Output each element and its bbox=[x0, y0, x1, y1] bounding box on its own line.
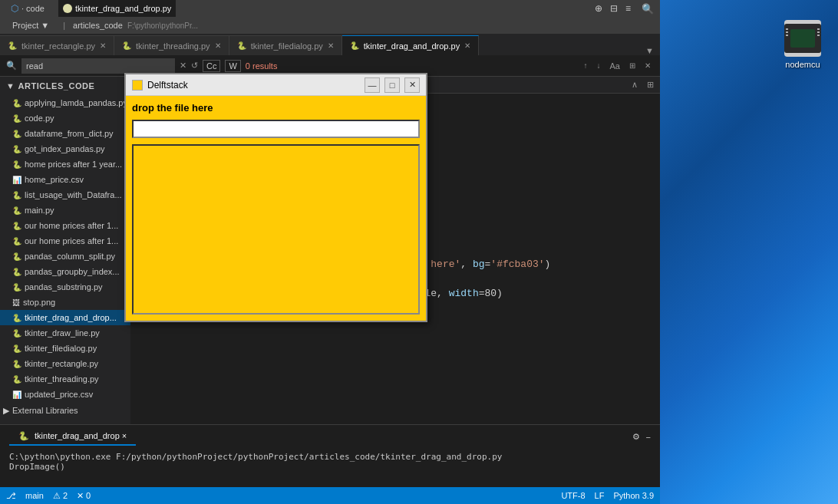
png-file-icon: 🖼 bbox=[12, 298, 20, 307]
sidebar-item-dataframe[interactable]: 🐍 dataframe_from_dict.py bbox=[0, 126, 130, 141]
nodemcu-desktop-icon[interactable]: nodemcu bbox=[780, 15, 826, 74]
terminal-minus-icon[interactable]: − bbox=[646, 433, 651, 442]
sidebar-item-label-6: list_usage_with_Datafra... bbox=[25, 190, 122, 199]
app-title-tab[interactable]: ⬡ · code bbox=[6, 0, 49, 17]
chip-pin-3 bbox=[786, 35, 788, 36]
py-icon-rect: 🐍 bbox=[8, 41, 17, 50]
tab-close-drag-drop[interactable]: ✕ bbox=[464, 41, 470, 50]
tab-tkinter-threading[interactable]: 🐍 tkinter_threading.py ✕ bbox=[114, 35, 229, 55]
py-icon-drag: 🐍 bbox=[350, 41, 359, 50]
menu-bar: Project ▼ | articles_code F:\python\pyth… bbox=[0, 17, 660, 34]
sidebar-item-pandas-group[interactable]: 🐍 pandas_groupby_index... bbox=[0, 264, 130, 279]
terminal-tab-label: tkinter_drag_and_drop × bbox=[35, 431, 127, 440]
tab-tkinter-drag-drop[interactable]: 🐍 tkinter_drag_and_drop.py ✕ bbox=[342, 35, 479, 55]
sidebar-item-tkinter-draw[interactable]: 🐍 tkinter_draw_line.py bbox=[0, 325, 130, 341]
py-icon-file: 🐍 bbox=[237, 41, 246, 50]
global-search-icon[interactable]: 🔍 bbox=[642, 3, 654, 15]
sidebar-item-pandas-sub[interactable]: 🐍 pandas_substring.py bbox=[0, 279, 130, 295]
py-file-icon-1: 🐍 bbox=[12, 99, 21, 107]
sidebar-item-label-16: tkinter_filedialog.py bbox=[25, 344, 97, 353]
status-bar: ⎇ main ⚠ 2 ✕ 0 UTF-8 LF Python 3.9 bbox=[0, 487, 660, 504]
py-file-icon-17: 🐍 bbox=[12, 360, 21, 368]
tk-title-text: Delftstack bbox=[147, 80, 360, 91]
sidebar-item-label-3: got_index_pandas.py bbox=[25, 144, 105, 153]
sidebar-item-code[interactable]: 🐍 code.py bbox=[0, 110, 130, 126]
sidebar-item-tkinter-rect[interactable]: 🐍 tkinter_rectangle.py bbox=[0, 356, 130, 371]
search-refresh-icon[interactable]: ↺ bbox=[191, 61, 198, 71]
menu-project[interactable]: Project ▼ bbox=[6, 19, 55, 31]
tab-label-threading: tkinter_threading.py bbox=[136, 41, 210, 51]
sidebar-item-got-index[interactable]: 🐍 got_index_pandas.py bbox=[0, 141, 130, 156]
tk-maximize-btn[interactable]: □ bbox=[384, 77, 400, 93]
sidebar-group-external[interactable]: ▶ External Libraries bbox=[0, 402, 130, 419]
desktop-icon-label: nodemcu bbox=[785, 60, 820, 69]
tab-label-filedialog: tkinter_filedialog.py bbox=[251, 41, 323, 51]
sidebar-item-label-19: updated_price.csv bbox=[25, 390, 93, 399]
collapse-icon[interactable]: ∧ bbox=[632, 80, 638, 90]
search-next-btn[interactable]: ↓ bbox=[594, 60, 604, 72]
search-icon: 🔍 bbox=[6, 61, 17, 71]
search-clear-icon[interactable]: ✕ bbox=[180, 61, 186, 71]
sidebar-item-tkinter-thread[interactable]: 🐍 tkinter_threading.py bbox=[0, 371, 130, 387]
sidebar-item-home-prices[interactable]: 🐍 home prices after 1 year... bbox=[0, 156, 130, 172]
tab-close-threading[interactable]: ✕ bbox=[215, 41, 221, 50]
sidebar-item-label-9: our home prices after 1... bbox=[25, 236, 118, 245]
nodemcu-chip bbox=[784, 24, 821, 53]
search-filter-btn[interactable]: ⊞ bbox=[626, 60, 638, 72]
tk-entry-box[interactable] bbox=[132, 120, 420, 138]
sidebar-item-label-5: home_price.csv bbox=[25, 175, 84, 184]
search-input[interactable] bbox=[21, 58, 175, 74]
tk-minimize-btn[interactable]: — bbox=[365, 77, 380, 93]
chip-pin-2 bbox=[786, 31, 788, 33]
sidebar-collapse-icon[interactable]: ▼ bbox=[6, 81, 15, 91]
sidebar-item-label-18: tkinter_threading.py bbox=[25, 374, 99, 384]
sidebar-item-list-usage[interactable]: 🐍 list_usage_with_Datafra... bbox=[0, 187, 130, 203]
sidebar-item-stop-png[interactable]: 🖼 stop.png bbox=[0, 295, 130, 310]
py-file-icon-9: 🐍 bbox=[12, 237, 21, 245]
new-tab-icon[interactable]: ⊕ bbox=[595, 3, 602, 14]
whole-word-btn[interactable]: W bbox=[225, 60, 240, 72]
split-icon[interactable]: ⊟ bbox=[610, 3, 618, 14]
sidebar-item-our-home-2[interactable]: 🐍 our home prices after 1... bbox=[0, 233, 130, 249]
tab-label-rectangle: tkinter_rectangle.py bbox=[21, 41, 95, 51]
sidebar-item-tkinter-drag[interactable]: 🐍 tkinter_drag_and_drop... bbox=[0, 310, 130, 325]
sidebar-item-label-8: our home prices after 1... bbox=[25, 221, 118, 230]
file-title-tab[interactable]: tkinter_drag_and_drop.py bbox=[58, 0, 176, 17]
terminal-command: C:\python\python.exe F:/python/pythonPro… bbox=[9, 452, 502, 462]
sidebar-item-updated-price[interactable]: 📊 updated_price.csv bbox=[0, 387, 130, 402]
sidebar-item-label-0: applying_lamda_pandas.py bbox=[25, 98, 127, 107]
tab-close-filedialog[interactable]: ✕ bbox=[328, 41, 334, 50]
sidebar-item-label-14: tkinter_drag_and_drop... bbox=[25, 313, 117, 322]
search-close-btn[interactable]: ✕ bbox=[642, 60, 654, 72]
sidebar-group-scratches[interactable]: ▶ Scratches and Consoles bbox=[0, 419, 130, 424]
sidebar-item-pandas-col[interactable]: 🐍 pandas_column_split.py bbox=[0, 249, 130, 264]
sidebar-item-applying-lamda[interactable]: 🐍 applying_lamda_pandas.py bbox=[0, 95, 130, 110]
py-file-icon-16: 🐍 bbox=[12, 344, 21, 353]
python-version-label: Python 3.9 bbox=[613, 491, 654, 500]
case-sensitive-btn[interactable]: Cc bbox=[203, 60, 220, 72]
terminal-gear-icon[interactable]: ⚙ bbox=[632, 432, 640, 442]
terminal-tab-drag-drop[interactable]: 🐍 tkinter_drag_and_drop × bbox=[9, 428, 136, 446]
sidebar-item-tkinter-file[interactable]: 🐍 tkinter_filedialog.py bbox=[0, 341, 130, 356]
options-icon[interactable]: ≡ bbox=[625, 3, 631, 14]
search-match-case-btn[interactable]: Aa bbox=[607, 60, 623, 72]
tkinter-window: Delftstack — □ ✕ drop the file here bbox=[124, 73, 427, 322]
py-file-icon-6: 🐍 bbox=[12, 191, 21, 199]
tk-text-area[interactable] bbox=[132, 144, 420, 315]
filter-icon[interactable]: ⊞ bbox=[647, 80, 654, 90]
tk-drop-label: drop the file here bbox=[132, 102, 420, 114]
tk-close-btn[interactable]: ✕ bbox=[404, 77, 420, 93]
search-prev-btn[interactable]: ↑ bbox=[581, 60, 591, 72]
sidebar-item-main[interactable]: 🐍 main.py bbox=[0, 203, 130, 218]
tab-tkinter-filedialog[interactable]: 🐍 tkinter_filedialog.py ✕ bbox=[229, 35, 342, 55]
sidebar-item-home-price-csv[interactable]: 📊 home_price.csv bbox=[0, 172, 130, 187]
search-navigation: ↑ ↓ Aa ⊞ ✕ bbox=[581, 60, 654, 72]
sidebar-item-our-home-1[interactable]: 🐍 our home prices after 1... bbox=[0, 218, 130, 233]
tab-tkinter-rectangle[interactable]: 🐍 tkinter_rectangle.py ✕ bbox=[0, 35, 114, 55]
sidebar-item-label-2: dataframe_from_dict.py bbox=[25, 129, 114, 138]
tabs-overflow-icon[interactable]: ▼ bbox=[645, 46, 660, 55]
terminal-dropdown-label: DropImage() bbox=[9, 462, 65, 472]
chip-pin-5 bbox=[817, 31, 820, 33]
py-file-icon-5: 🐍 bbox=[12, 160, 21, 169]
tab-close-rectangle[interactable]: ✕ bbox=[100, 41, 106, 50]
